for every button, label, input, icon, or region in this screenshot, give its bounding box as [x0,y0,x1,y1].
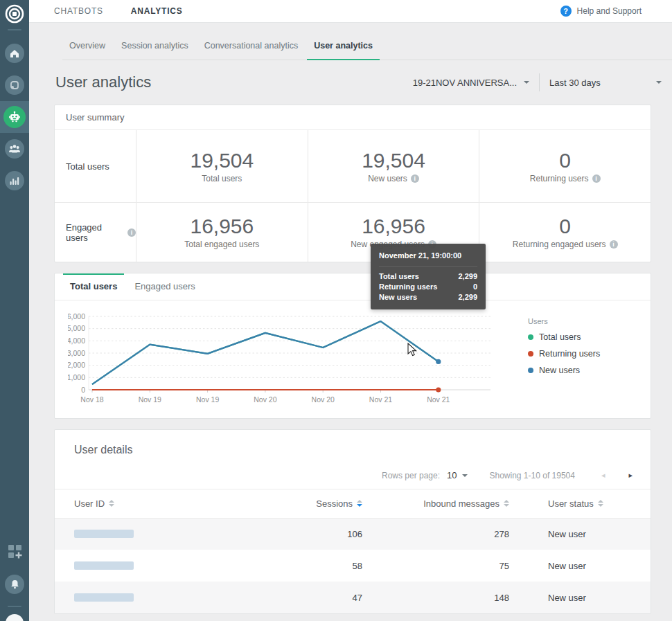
sort-up-icon [357,500,362,503]
rows-per-page-select[interactable]: 10 [447,470,467,480]
info-icon: i [411,174,419,183]
tooltip-row-value: 2,299 [458,292,477,303]
column-header-inner[interactable]: Sessions [316,498,362,509]
bot-selector[interactable]: 19-21NOV ANNIVERSA... [413,78,529,88]
user-id-redacted [74,530,134,538]
sort-down-icon [357,504,362,507]
column-header-inner[interactable]: User ID [74,498,114,509]
legend-dot [528,368,533,373]
chart-tab-total-users[interactable]: Total users [63,273,124,300]
sidebar-nav [0,37,29,197]
table-row[interactable]: 47148New user [55,582,651,613]
svg-text:2,000: 2,000 [67,361,85,369]
sidebar-item-bot-builder[interactable] [0,69,29,101]
users-line-chart[interactable]: 01,0002,0003,0004,0005,0006,000Nov 18Nov… [58,307,511,413]
sort-icon[interactable] [109,500,114,507]
stat-label-text: Returning users [530,174,589,183]
column-header-sessions: Sessions [294,489,366,518]
rows-per-page-value: 10 [447,470,457,480]
tooltip-title: November 21, 19:00:00 [379,251,477,260]
subtab-session-analytics[interactable]: Session analytics [114,41,195,60]
table-pagination: Rows per page: 10 Showing 1-10 of 19504 … [55,458,651,489]
help-icon: ? [560,6,572,17]
home-icon [5,44,24,63]
sort-icon[interactable] [598,500,603,507]
svg-text:4,000: 4,000 [67,336,85,345]
info-icon: i [127,228,136,237]
column-header-inner[interactable]: Inbound messages [423,498,509,509]
prev-page-button[interactable]: ◂ [601,471,605,480]
table-row[interactable]: 106278New user [55,518,651,550]
svg-text:Nov 19: Nov 19 [196,395,219,404]
svg-text:1,000: 1,000 [67,373,85,381]
user-status-cell: New user [513,550,651,582]
column-header-user-id: User ID [55,489,294,518]
sidebar-item-analytics[interactable] [0,165,29,197]
robot-icon [3,106,26,128]
chevron-down-icon [462,474,468,477]
stat-value: 16,956 [362,215,425,237]
user-details-card: User details Rows per page: 10 Showing 1… [54,429,651,614]
subtab-user-analytics[interactable]: User analytics [307,41,380,60]
tooltip-row-label: Total users [379,271,419,282]
selector-divider [539,73,540,91]
top-tab-chatbots[interactable]: CHATBOTS [54,6,103,16]
subtab-overview[interactable]: Overview [62,41,112,60]
svg-text:3,000: 3,000 [67,349,85,357]
top-tab-analytics[interactable]: ANALYTICS [131,6,183,16]
chart-legend: Users Total usersReturning usersNew user… [528,307,600,413]
sidebar-item-notifications[interactable] [0,568,29,600]
apps-grid-icon [8,544,22,561]
bell-icon [5,575,24,594]
date-range-value: Last 30 days [549,78,601,88]
help-label: Help and Support [577,6,642,16]
summary-stat: 19,504Total users [136,130,308,202]
inbound-messages-cell: 75 [366,550,513,582]
tooltip-row-value: 2,299 [458,271,477,282]
sort-up-icon [109,500,114,503]
legend-item-total-users[interactable]: Total users [528,332,600,342]
sort-down-icon [598,504,603,507]
sidebar-item-integrations[interactable] [0,537,29,568]
sort-icon[interactable] [357,500,362,507]
date-range-selector[interactable]: Last 30 days [549,78,662,88]
legend-dot [528,351,533,357]
column-header-label: User ID [74,498,105,509]
sidebar-item-home[interactable] [0,37,29,69]
sort-up-icon [504,500,509,503]
chart-tab-engaged-users[interactable]: Engaged users [127,273,202,300]
sidebar-item-audience[interactable] [0,133,29,165]
page-header: User analytics 19-21NOV ANNIVERSA... Las… [55,60,662,105]
svg-text:0: 0 [81,386,85,394]
subtab-conversational-analytics[interactable]: Conversational analytics [197,41,306,60]
tooltip-row: New users2,299 [379,292,477,303]
table-row[interactable]: 5875New user [55,550,651,582]
sort-icon[interactable] [504,500,509,507]
tooltip-row: Returning users0 [379,282,477,292]
rows-per-page-label: Rows per page: [382,471,440,480]
summary-row: Engaged usersi16,956Total engaged users1… [55,202,651,262]
legend-item-new-users[interactable]: New users [528,366,600,375]
column-header-label: Inbound messages [423,498,499,509]
help-and-support[interactable]: ? Help and Support [560,6,642,17]
info-icon: i [610,240,618,249]
legend-item-returning-users[interactable]: Returning users [528,349,600,359]
svg-text:Nov 19: Nov 19 [139,395,161,404]
summary-row-label: Total users [55,130,136,202]
inbound-messages-cell: 148 [366,582,513,613]
stat-label: Total users [202,174,242,183]
summary-row-label: Engaged usersi [55,203,136,262]
sidebar-item-bot-analytics[interactable] [0,101,29,133]
legend-dot [528,334,533,340]
column-header-inner[interactable]: User status [548,498,603,509]
chevron-down-icon [656,81,662,84]
sort-down-icon [109,504,114,507]
summary-stat: 0Returning usersi [479,130,651,202]
next-page-button[interactable]: ▸ [628,471,633,480]
avatar[interactable] [6,614,24,621]
svg-text:Nov 18: Nov 18 [80,395,103,404]
topbar: CHATBOTS ANALYTICS ? Help and Support [29,0,672,23]
chart-tooltip: November 21, 19:00:00 Total users2,299Re… [371,244,486,309]
summary-stat: 19,504New usersi [308,130,479,202]
app-logo-icon[interactable] [0,0,29,28]
